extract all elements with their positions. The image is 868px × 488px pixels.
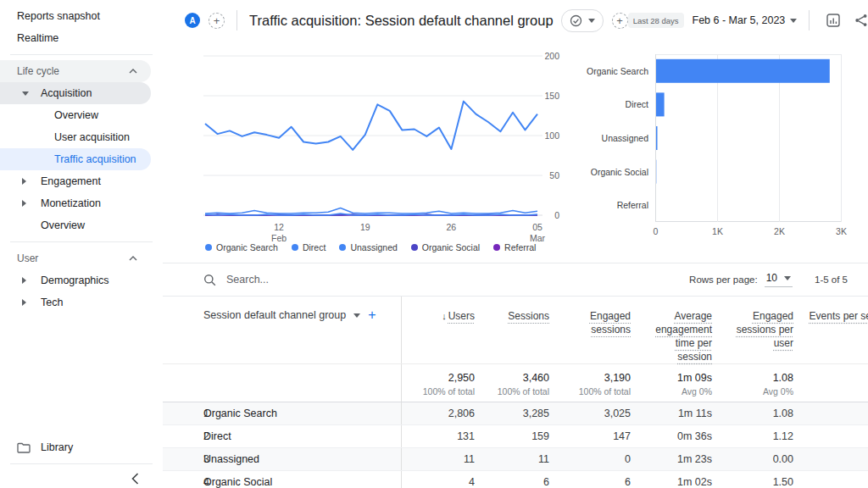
bar-chart-category-labels: Organic SearchDirectUnassignedOrganic So… bbox=[585, 54, 655, 225]
table-row[interactable]: 4Organic Social4661m 02s1.50 bbox=[163, 471, 868, 488]
sort-desc-icon: ↓ bbox=[442, 311, 447, 321]
legend-item-organic-search[interactable]: Organic Search bbox=[205, 242, 278, 252]
totals-subtext: 100% of total bbox=[402, 386, 475, 396]
y-axis-tick-label: 50 bbox=[537, 170, 559, 180]
ga4-app: Reports snapshotRealtimeLife cycleAcquis… bbox=[0, 0, 868, 488]
column-header-average-engagement-time-per-session[interactable]: Average engagement time per session bbox=[632, 297, 714, 363]
caret-down-icon[interactable] bbox=[790, 19, 797, 23]
add-dimension-button[interactable]: + bbox=[368, 309, 376, 321]
row-index: 1 bbox=[163, 408, 203, 419]
caret-down-icon[interactable] bbox=[353, 313, 360, 318]
customize-report-icon[interactable] bbox=[826, 14, 841, 28]
bar-x-tick-label: 1K bbox=[712, 226, 723, 236]
sidebar-item-label: Life cycle bbox=[17, 65, 59, 77]
plus-icon: + bbox=[214, 14, 220, 27]
sidebar-divider bbox=[10, 241, 153, 242]
totals-subtext: 100% of total bbox=[551, 386, 631, 396]
sidebar-item-reports-snapshot[interactable]: Reports snapshot bbox=[0, 5, 163, 27]
sidebar-item-label: Acquisition bbox=[41, 87, 92, 99]
x-axis-tick-label: 26 bbox=[447, 222, 457, 233]
sidebar-item-label: Tech bbox=[41, 297, 63, 308]
column-header-engaged-sessions-per-user[interactable]: Engaged sessions per user bbox=[714, 297, 795, 363]
legend-item-direct[interactable]: Direct bbox=[292, 242, 326, 252]
sidebar-nav: Reports snapshotRealtimeLife cycleAcquis… bbox=[0, 0, 163, 313]
bar-category-label: Organic Search bbox=[585, 54, 655, 88]
sidebar-item-acquisition[interactable]: Acquisition bbox=[0, 82, 151, 104]
totals-value: 3,190 bbox=[551, 372, 631, 384]
sidebar-item-user[interactable]: User bbox=[0, 247, 151, 269]
totals-value: 3,460 bbox=[476, 372, 549, 384]
legend-item-referral[interactable]: Referral bbox=[493, 242, 536, 252]
sidebar-item-label: User acquisition bbox=[54, 131, 130, 143]
column-header-engaged-sessions[interactable]: Engaged sessions bbox=[551, 297, 632, 363]
legend-item-organic-social[interactable]: Organic Social bbox=[411, 242, 480, 252]
add-comparison-button[interactable]: + bbox=[209, 13, 225, 29]
column-header-events-per-session[interactable]: Events per session bbox=[795, 297, 868, 363]
metric-cell: 0m 36s bbox=[632, 430, 714, 442]
column-header-label: Events per session bbox=[810, 310, 868, 322]
metric-cell: 4 bbox=[402, 476, 476, 488]
bar-category-label: Referral bbox=[585, 188, 655, 222]
sidebar-item-demographics[interactable]: Demographics bbox=[0, 269, 151, 291]
totals-cell: 3,190100% of total bbox=[551, 364, 632, 402]
sidebar-item-library[interactable]: Library bbox=[0, 436, 163, 458]
sidebar-item-life-cycle[interactable]: Life cycle bbox=[0, 60, 151, 82]
x-axis-tick-label: 05Mar bbox=[530, 222, 545, 244]
column-header-label: Users bbox=[448, 310, 475, 322]
caret-slot bbox=[22, 92, 41, 96]
table-totals-row: 2,950100% of total3,460100% of total3,19… bbox=[163, 364, 868, 402]
table-row[interactable]: 1Organic Search2,8063,2853,0251m 11s1.08 bbox=[163, 402, 868, 425]
metric-cell: 3,285 bbox=[476, 408, 551, 419]
header-right-group: Last 28 days Feb 6 - Mar 5, 2023 bbox=[628, 10, 868, 30]
y-axis-tick-label: 200 bbox=[537, 51, 559, 61]
x-axis-tick-label: 12Feb bbox=[271, 222, 287, 244]
dimension-header-label[interactable]: Session default channel group bbox=[203, 309, 346, 321]
legend-item-unassigned[interactable]: Unassigned bbox=[339, 242, 397, 252]
date-range-badge: Last 28 days bbox=[628, 13, 684, 28]
sidebar-item-overview[interactable]: Overview bbox=[0, 104, 151, 126]
rows-per-page-select[interactable]: 10 bbox=[765, 272, 793, 287]
sidebar-item-label: Overview bbox=[54, 109, 98, 121]
legend-dot bbox=[411, 244, 418, 251]
plus-icon: + bbox=[616, 14, 623, 27]
caret-slot bbox=[22, 277, 41, 284]
sidebar-item-overview[interactable]: Overview bbox=[0, 214, 151, 236]
search-input[interactable] bbox=[225, 273, 689, 286]
sidebar-item-user-acquisition[interactable]: User acquisition bbox=[0, 126, 151, 148]
sidebar: Reports snapshotRealtimeLife cycleAcquis… bbox=[0, 0, 163, 488]
report-status-pill[interactable] bbox=[561, 9, 604, 32]
share-icon[interactable] bbox=[854, 14, 868, 27]
y-axis-tick-label: 100 bbox=[537, 130, 559, 141]
metric-cell: 6 bbox=[476, 476, 551, 488]
metric-cell: 1.08 bbox=[714, 408, 795, 419]
comparison-avatar-chip[interactable]: A bbox=[185, 13, 200, 28]
sidebar-item-traffic-acquisition[interactable]: Traffic acquisition bbox=[0, 148, 151, 170]
y-axis-tick-label: 150 bbox=[537, 91, 559, 101]
bar-category-label: Direct bbox=[585, 88, 655, 122]
bar-x-tick-label: 0 bbox=[654, 226, 659, 236]
table-row[interactable]: 2Direct1311591470m 36s1.12 bbox=[163, 425, 868, 448]
sidebar-item-realtime[interactable]: Realtime bbox=[0, 27, 163, 49]
collapse-nav-button[interactable] bbox=[131, 473, 139, 485]
add-report-tab-button[interactable]: + bbox=[612, 13, 628, 29]
bar-chart-plot bbox=[655, 54, 847, 222]
legend-dot bbox=[339, 244, 346, 251]
sidebar-item-label: Overview bbox=[41, 219, 85, 231]
channel-name: Unassigned bbox=[203, 453, 259, 465]
metric-cell: 0 bbox=[551, 453, 632, 465]
legend-label: Direct bbox=[303, 242, 326, 252]
sidebar-item-tech[interactable]: Tech bbox=[0, 291, 151, 313]
column-header-sessions[interactable]: Sessions bbox=[476, 297, 551, 363]
sidebar-item-engagement[interactable]: Engagement bbox=[0, 170, 151, 192]
column-header-label: Engaged sessions bbox=[590, 310, 631, 336]
column-header-users[interactable]: ↓Users bbox=[402, 297, 476, 363]
table-header-row: Session default channel group + ↓UsersSe… bbox=[163, 297, 868, 364]
sidebar-item-monetization[interactable]: Monetization bbox=[0, 192, 151, 214]
metric-cell: 1.12 bbox=[714, 430, 795, 442]
totals-subtext: Avg 0% bbox=[632, 386, 712, 396]
date-range-label[interactable]: Feb 6 - Mar 5, 2023 bbox=[693, 14, 786, 26]
sidebar-item-label: Engagement bbox=[41, 175, 101, 187]
caret-right-icon bbox=[22, 277, 26, 284]
table-row[interactable]: 3Unassigned111101m 23s0.00 bbox=[163, 448, 868, 471]
caret-slot bbox=[22, 299, 41, 306]
